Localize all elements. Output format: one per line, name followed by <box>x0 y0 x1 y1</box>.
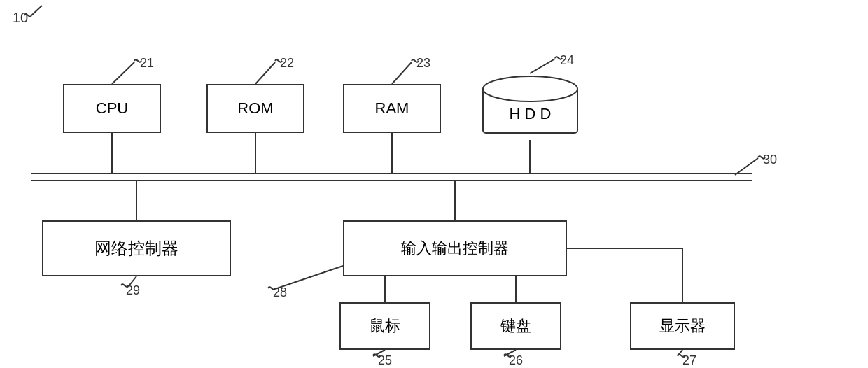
svg-point-1 <box>483 76 578 101</box>
ram-label: RAM <box>375 99 410 118</box>
io-controller-label: 输入输出控制器 <box>401 238 509 259</box>
svg-line-6 <box>530 59 555 73</box>
mouse-label: 鼠标 <box>370 316 400 337</box>
io-ref: 28 <box>273 285 287 300</box>
cpu-ref: 21 <box>140 56 154 71</box>
network-controller-label: 网络控制器 <box>94 237 178 260</box>
display-box: 显示器 <box>630 302 735 350</box>
io-controller-box: 输入输出控制器 <box>343 220 567 276</box>
display-label: 显示器 <box>659 316 706 337</box>
svg-line-3 <box>112 62 134 84</box>
ram-ref: 23 <box>416 56 430 71</box>
diagram: 10 CPU 21 ROM 22 RAM 23 H D D 24 30 网络控制… <box>0 0 868 368</box>
svg-line-2 <box>31 6 42 15</box>
keyboard-box: 键盘 <box>470 302 561 350</box>
keyboard-label: 键盘 <box>500 316 531 337</box>
hdd-ref: 24 <box>560 53 574 68</box>
display-ref: 27 <box>682 353 696 368</box>
rom-label: ROM <box>237 99 273 118</box>
keyboard-ref: 26 <box>509 353 523 368</box>
cpu-label: CPU <box>96 99 128 118</box>
ram-box: RAM <box>343 84 441 133</box>
network-controller-box: 网络控制器 <box>42 220 231 276</box>
hdd-cylinder: H D D <box>479 73 581 140</box>
svg-line-24 <box>678 350 682 356</box>
network-ref: 29 <box>126 283 140 298</box>
connection-lines <box>0 0 868 368</box>
mouse-box: 鼠标 <box>340 302 430 350</box>
figure-number: 10 <box>13 10 28 26</box>
cpu-box: CPU <box>63 84 161 133</box>
rom-ref: 22 <box>280 56 294 71</box>
svg-line-4 <box>255 62 275 84</box>
svg-line-7 <box>735 158 758 175</box>
rom-box: ROM <box>206 84 304 133</box>
svg-line-5 <box>392 62 412 84</box>
mouse-ref: 25 <box>378 353 392 368</box>
bus-ref: 30 <box>763 153 777 167</box>
hdd-label: H D D <box>510 105 552 123</box>
